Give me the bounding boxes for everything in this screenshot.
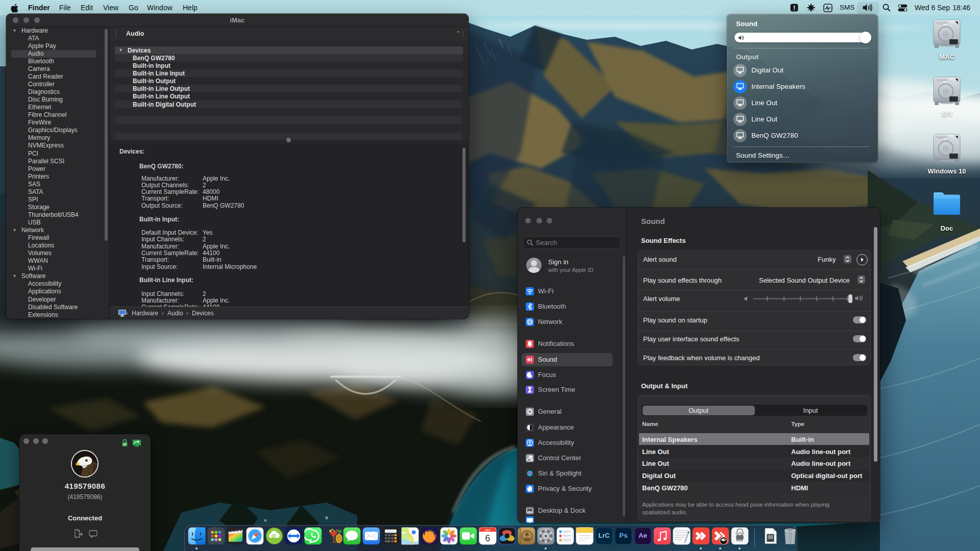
svg-text:SEP: SEP — [484, 528, 490, 531]
svg-text:6: 6 — [485, 533, 490, 543]
svg-text:!: ! — [793, 5, 795, 12]
